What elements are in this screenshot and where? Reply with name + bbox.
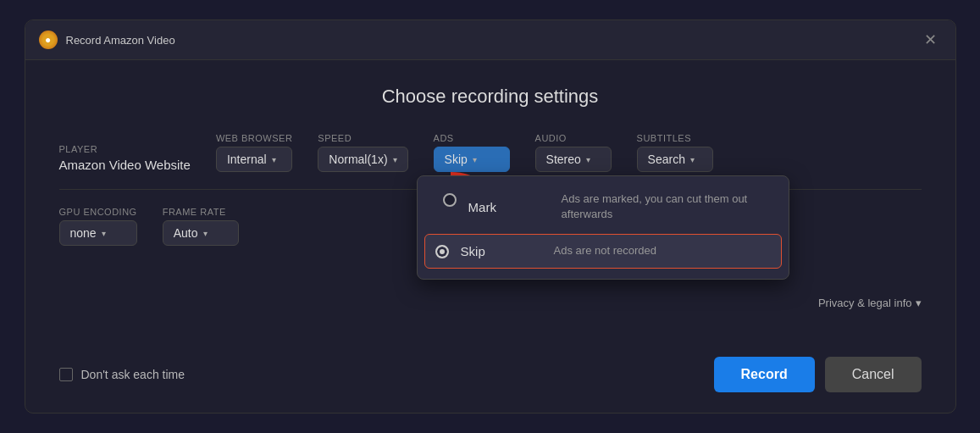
subtitles-value: Search — [648, 153, 685, 166]
record-button[interactable]: Record — [714, 357, 815, 392]
audio-value: Stereo — [546, 153, 581, 166]
privacy-chevron: ▾ — [916, 297, 922, 309]
title-bar: ● Record Amazon Video ✕ — [25, 20, 955, 60]
gpu-value: none — [70, 226, 97, 240]
settings-row-1: PLAYER Amazon Video Website WEB BROWSER … — [59, 133, 922, 172]
ads-option-skip[interactable]: Skip Ads are not recorded — [424, 234, 782, 268]
ads-dropdown-button[interactable]: Skip ▾ — [434, 147, 510, 172]
speed-label: SPEED — [318, 133, 407, 143]
app-icon: ● — [39, 31, 58, 49]
ads-mark-desc: Ads are marked, you can cut them out aft… — [562, 192, 775, 222]
title-bar-left: ● Record Amazon Video — [39, 31, 175, 49]
close-button[interactable]: ✕ — [919, 29, 942, 51]
subtitles-dropdown[interactable]: Search ▾ — [637, 147, 713, 172]
dialog-footer: Don't ask each time Record Cancel — [25, 343, 955, 413]
ads-mark-content: Mark Ads are marked, you can cut them ou… — [468, 192, 775, 222]
speed-value: Normal(1x) — [329, 153, 387, 166]
record-dialog: ● Record Amazon Video ✕ Choose recording… — [25, 19, 956, 414]
framerate-dropdown[interactable]: Auto ▾ — [163, 220, 239, 246]
ads-mark-radio — [443, 193, 457, 207]
subtitles-chevron: ▾ — [690, 155, 695, 164]
dialog-body: Choose recording settings PLAYER Amazon … — [25, 60, 955, 343]
web-browser-dropdown[interactable]: Internal ▾ — [216, 147, 292, 172]
dont-ask-row[interactable]: Don't ask each time — [59, 368, 185, 381]
web-browser-label: WEB BROWSER — [216, 133, 292, 143]
privacy-row[interactable]: Privacy & legal info ▾ — [59, 297, 922, 309]
dialog-title: Choose recording settings — [59, 86, 922, 108]
web-browser-chevron: ▾ — [272, 155, 276, 164]
ads-dropdown-menu: Mark Ads are marked, you can cut them ou… — [417, 175, 789, 280]
ads-option-mark[interactable]: Mark Ads are marked, you can cut them ou… — [418, 183, 789, 230]
audio-dropdown[interactable]: Stereo ▾ — [535, 147, 612, 172]
framerate-setting: FRAME RATE Auto ▾ — [163, 207, 239, 246]
gpu-label: GPU ENCODING — [59, 207, 137, 217]
player-setting: PLAYER Amazon Video Website — [59, 144, 191, 172]
audio-label: AUDIO — [535, 133, 612, 143]
speed-chevron: ▾ — [393, 155, 397, 164]
dont-ask-label: Don't ask each time — [81, 368, 185, 381]
player-label: PLAYER — [59, 144, 191, 154]
audio-chevron: ▾ — [586, 155, 590, 164]
audio-setting: AUDIO Stereo ▾ — [535, 133, 612, 172]
web-browser-setting: WEB BROWSER Internal ▾ — [216, 133, 292, 172]
title-bar-text: Record Amazon Video — [66, 34, 175, 47]
gpu-dropdown[interactable]: none ▾ — [59, 220, 137, 246]
subtitles-label: SUBTITLES — [637, 133, 713, 143]
speed-setting: SPEED Normal(1x) ▾ — [318, 133, 407, 172]
ads-mark-label: Mark — [468, 200, 511, 214]
ads-value: Skip — [445, 153, 468, 166]
web-browser-value: Internal — [227, 153, 267, 166]
gpu-setting: GPU ENCODING none ▾ — [59, 207, 137, 246]
gpu-chevron: ▾ — [102, 229, 106, 238]
footer-buttons: Record Cancel — [714, 357, 922, 392]
framerate-value: Auto — [174, 226, 198, 240]
speed-dropdown[interactable]: Normal(1x) ▾ — [318, 147, 407, 172]
ads-label: ADS — [434, 133, 510, 143]
ads-skip-desc: Ads are not recorded — [554, 243, 656, 258]
privacy-label: Privacy & legal info — [818, 297, 912, 309]
framerate-label: FRAME RATE — [163, 207, 239, 217]
cancel-button[interactable]: Cancel — [825, 357, 922, 392]
ads-chevron: ▾ — [473, 155, 477, 164]
dont-ask-checkbox[interactable] — [59, 368, 73, 381]
ads-skip-radio — [435, 245, 449, 258]
framerate-chevron: ▾ — [203, 229, 208, 238]
ads-skip-label: Skip — [461, 244, 503, 258]
ads-skip-content: Skip Ads are not recorded — [461, 243, 771, 258]
player-value: Amazon Video Website — [59, 158, 191, 172]
ads-setting: ADS Skip ▾ Mark Ads are marked, you can … — [434, 133, 510, 172]
subtitles-setting: SUBTITLES Search ▾ — [637, 133, 713, 172]
